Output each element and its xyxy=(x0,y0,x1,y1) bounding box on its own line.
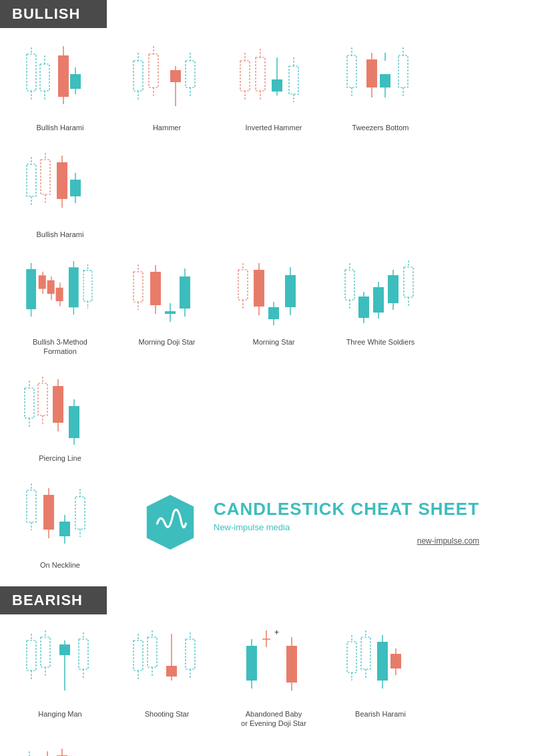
pattern-piercing-line: Piercing Line xyxy=(13,371,107,463)
svg-rect-55 xyxy=(57,162,67,199)
svg-rect-114 xyxy=(404,267,413,297)
svg-rect-64 xyxy=(39,275,46,289)
svg-rect-149 xyxy=(59,644,70,655)
svg-rect-12 xyxy=(134,61,143,91)
svg-rect-67 xyxy=(47,280,55,293)
svg-rect-154 xyxy=(134,640,143,671)
svg-rect-31 xyxy=(272,79,282,91)
svg-rect-70 xyxy=(56,287,63,301)
svg-rect-177 xyxy=(347,642,356,673)
svg-text:+: + xyxy=(274,628,279,637)
bullish-grid-2: Bullish 3-MethodFormation xyxy=(0,249,534,473)
svg-rect-94 xyxy=(254,270,264,307)
pattern-hammer: Hammer xyxy=(120,40,214,132)
svg-rect-43 xyxy=(380,74,390,87)
banner-title: CANDLESTICK CHEAT SHEET xyxy=(214,499,479,520)
svg-rect-51 xyxy=(41,160,50,194)
svg-rect-163 xyxy=(186,639,195,669)
svg-rect-138 xyxy=(75,497,85,529)
svg-rect-75 xyxy=(83,270,92,301)
pattern-three-white-soldiers: Three White Soldiers xyxy=(334,254,427,357)
svg-rect-180 xyxy=(361,637,370,669)
pattern-upside-gap-two-crows: Upside Gap Two Crows xyxy=(13,743,107,756)
pattern-shooting-star: Shooting Star xyxy=(120,626,214,729)
svg-rect-142 xyxy=(27,640,36,671)
svg-rect-97 xyxy=(268,307,279,319)
svg-rect-112 xyxy=(388,275,398,303)
svg-rect-0 xyxy=(27,54,36,91)
svg-rect-3 xyxy=(40,64,49,91)
svg-rect-90 xyxy=(238,270,248,300)
svg-rect-157 xyxy=(148,637,157,667)
bullish-grid: Bullish Harami xyxy=(0,35,534,249)
svg-rect-24 xyxy=(240,61,250,91)
svg-rect-109 xyxy=(373,287,384,313)
svg-rect-7 xyxy=(58,55,69,97)
svg-rect-58 xyxy=(70,180,81,196)
pattern-tweezers-bottom: Tweezers Bottom xyxy=(334,40,427,132)
pattern-on-neckline: On Neckline xyxy=(13,478,107,570)
center-banner: CANDLESTICK CHEAT SHEET New-impulse medi… xyxy=(120,479,521,566)
svg-rect-151 xyxy=(79,639,88,669)
svg-rect-127 xyxy=(69,406,79,438)
svg-rect-33 xyxy=(289,66,298,94)
svg-rect-15 xyxy=(149,54,158,87)
svg-rect-36 xyxy=(347,55,356,87)
logo-hex xyxy=(140,492,200,552)
svg-rect-145 xyxy=(41,637,50,667)
svg-rect-136 xyxy=(59,522,70,536)
bearish-section: BEARISH xyxy=(0,586,534,756)
pattern-hanging-man: Hanging Man xyxy=(13,626,107,729)
svg-rect-21 xyxy=(186,61,195,87)
svg-rect-73 xyxy=(69,267,79,307)
svg-rect-129 xyxy=(27,490,36,522)
svg-rect-100 xyxy=(285,275,296,307)
svg-rect-167 xyxy=(246,646,257,681)
svg-rect-175 xyxy=(286,646,297,683)
svg-rect-48 xyxy=(27,164,36,196)
svg-rect-106 xyxy=(358,297,369,318)
svg-rect-88 xyxy=(180,276,190,309)
svg-rect-133 xyxy=(43,495,54,530)
pattern-morning-doji-star: Morning Doji Star xyxy=(120,254,214,357)
svg-rect-82 xyxy=(150,272,161,305)
bullish-section: BULLISH xyxy=(0,0,534,580)
svg-rect-78 xyxy=(134,272,143,302)
pattern-bullish-harami2: Bullish Harami xyxy=(13,147,107,239)
banner-url: new-impulse.com xyxy=(417,536,479,546)
svg-rect-102 xyxy=(345,270,354,300)
pattern-bullish-harami: Bullish Harami xyxy=(13,40,107,132)
svg-rect-85 xyxy=(165,311,176,314)
pattern-bullish-3method: Bullish 3-MethodFormation xyxy=(13,254,107,357)
svg-rect-120 xyxy=(38,383,47,415)
bearish-header: BEARISH xyxy=(0,586,107,614)
svg-rect-61 xyxy=(26,269,36,309)
banner-text: CANDLESTICK CHEAT SHEET New-impulse medi… xyxy=(214,499,479,546)
svg-rect-124 xyxy=(53,386,63,423)
pattern-morning-star: Morning Star xyxy=(227,254,320,357)
svg-rect-19 xyxy=(170,70,181,82)
svg-rect-184 xyxy=(377,642,388,681)
svg-rect-27 xyxy=(256,57,265,91)
svg-rect-45 xyxy=(398,55,408,87)
bullish-header: BULLISH xyxy=(0,0,107,28)
svg-rect-10 xyxy=(70,74,81,89)
svg-rect-117 xyxy=(25,388,34,418)
svg-rect-40 xyxy=(366,59,377,87)
pattern-inverted-hammer: Inverted Hammer xyxy=(227,40,320,132)
svg-rect-161 xyxy=(166,666,177,677)
bearish-grid-1: Hanging Man xyxy=(0,621,534,756)
pattern-bearish-harami: Bearish Harami xyxy=(334,626,427,729)
svg-rect-187 xyxy=(390,654,401,669)
pattern-abandoned-baby: + Abandoned Babyor Evening Doji Star xyxy=(227,626,320,729)
banner-brand: New-impulse media xyxy=(214,522,479,532)
